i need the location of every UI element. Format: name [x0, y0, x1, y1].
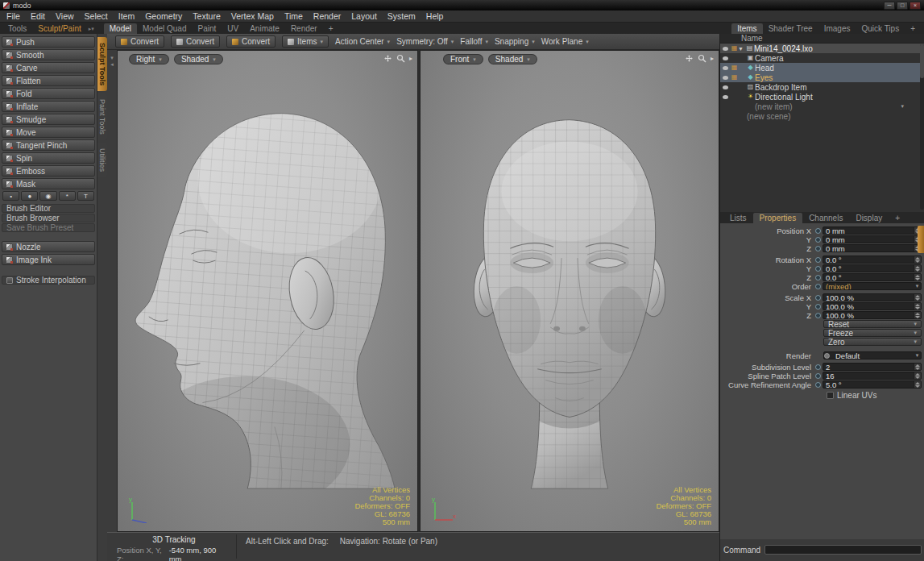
visibility-icon[interactable] [723, 95, 728, 99]
tree-item-backdrop[interactable]: ▨ Backdrop Item [720, 82, 924, 92]
channel-dot-icon[interactable] [815, 246, 821, 251]
channel-dot-icon[interactable] [815, 237, 821, 243]
viewport-edge-strip[interactable]: ▾◂ [107, 50, 117, 532]
channel-dot-icon[interactable] [815, 228, 821, 234]
tool-emboss[interactable]: Emboss [2, 165, 95, 177]
form-edge-tab[interactable] [918, 226, 924, 253]
channel-dot-icon[interactable] [815, 373, 821, 379]
pan-icon[interactable] [685, 54, 694, 63]
spinner-icon[interactable] [914, 364, 921, 370]
channel-dot-icon[interactable] [815, 364, 821, 370]
nozzle-button[interactable]: Nozzle [2, 241, 95, 252]
scale-z-field[interactable]: 100.0 % [822, 311, 922, 319]
falloff-dropdown[interactable]: Falloff ▾ [460, 37, 488, 46]
tree-item-head[interactable]: ▦ ◆ Head [720, 63, 924, 73]
tab-lists[interactable]: Lists [723, 213, 753, 223]
tool-fold[interactable]: Fold [2, 88, 95, 99]
view-type-selector[interactable]: Front ▾ [443, 54, 483, 64]
rotation-y-field[interactable]: 0.0 ° [822, 264, 922, 272]
panel-tab-items[interactable]: Items [731, 23, 762, 34]
rotation-z-field[interactable]: 0.0 ° [822, 273, 922, 281]
maximize-icon[interactable]: □ [897, 2, 908, 10]
viewport-front-view[interactable]: Front ▾ Shaded ▾ ▸ yx All Vertices Chann… [420, 50, 719, 532]
stroke-interpolation-button[interactable]: Stroke Interpolation [2, 276, 95, 285]
expander-icon[interactable]: ▼ [738, 46, 745, 52]
tool-mask[interactable]: Mask [2, 178, 95, 189]
viewport-right-view[interactable]: Right ▾ Shaded ▾ ▸ y All Vertices Channe… [117, 50, 418, 532]
reset-button[interactable]: Reset▾ [823, 320, 922, 328]
tree-item-scene[interactable]: ▦ ▼ ▤ Mini14_0024.lxo [720, 44, 924, 53]
menu-help[interactable]: Help [426, 11, 444, 21]
subdivision-field[interactable]: 2 [822, 363, 922, 371]
spinner-icon[interactable] [914, 256, 921, 263]
visibility-icon[interactable] [723, 66, 728, 70]
layout-tab-add[interactable]: + [323, 23, 339, 34]
item-list-header[interactable]: Name [720, 34, 924, 44]
menu-render[interactable]: Render [313, 11, 341, 21]
tree-new-item[interactable]: (new item) ▾ [720, 102, 924, 111]
snapping-dropdown[interactable]: Snapping ▾ [495, 37, 535, 46]
tree-item-camera[interactable]: ▣ Camera [720, 53, 924, 63]
render-dropdown[interactable]: Default▾ [823, 351, 922, 359]
vtab-paint-tools[interactable]: Paint Tools [97, 94, 107, 140]
zoom-icon[interactable] [698, 54, 706, 63]
channel-dot-icon[interactable] [815, 284, 821, 289]
tool-smooth[interactable]: Smooth [2, 49, 95, 60]
order-dropdown[interactable]: (mixed)▾ [822, 282, 922, 290]
tool-move[interactable]: Move [2, 127, 95, 138]
work-plane-dropdown[interactable]: Work Plane ▾ [541, 37, 589, 46]
tab-channels[interactable]: Channels [802, 213, 849, 223]
spinner-icon[interactable] [914, 312, 921, 318]
curve-refinement-field[interactable]: 5.0 ° [822, 380, 922, 389]
scale-y-field[interactable]: 100.0 % [822, 302, 922, 310]
spline-patch-field[interactable]: 16 [822, 372, 922, 380]
item-flags-icon[interactable]: ▦ [731, 44, 738, 53]
brush-tip-soft-icon[interactable]: ◉ [39, 191, 56, 201]
brush-tip-circle-icon[interactable]: ● [21, 191, 38, 201]
tab-properties[interactable]: Properties [753, 213, 803, 223]
menu-select[interactable]: Select [85, 11, 108, 21]
tab-display[interactable]: Display [849, 213, 889, 223]
channel-dot-icon[interactable] [815, 275, 821, 280]
items-mode-button[interactable]: Items ▾ [282, 35, 329, 48]
freeze-button[interactable]: Freeze▾ [823, 329, 922, 337]
visibility-icon[interactable] [723, 47, 728, 51]
panel-tab-shader-tree[interactable]: Shader Tree [763, 23, 818, 34]
menu-time[interactable]: Time [284, 11, 303, 21]
visibility-icon[interactable] [723, 85, 728, 89]
layout-tab-model[interactable]: Model [104, 23, 137, 34]
convert-button-2[interactable]: Convert [171, 35, 220, 48]
layout-tab-render[interactable]: Render [285, 23, 323, 34]
visibility-icon[interactable] [723, 76, 728, 80]
spinner-icon[interactable] [914, 372, 921, 379]
spinner-icon[interactable] [914, 381, 921, 388]
layout-tab-uv[interactable]: UV [222, 23, 244, 34]
layout-tab-animate[interactable]: Animate [244, 23, 285, 34]
layout-tab-paint[interactable]: Paint [193, 23, 222, 34]
tree-item-directional-light[interactable]: ☀ Directional Light [720, 92, 924, 102]
brush-tip-spray-icon[interactable]: * [59, 191, 76, 201]
scale-x-field[interactable]: 100.0 % [822, 293, 922, 301]
spinner-icon[interactable] [914, 303, 921, 310]
viewport-menu-icon[interactable]: ▸ [711, 55, 714, 62]
action-center-dropdown[interactable]: Action Center ▾ [335, 37, 390, 46]
channel-dot-icon[interactable] [815, 304, 821, 310]
tool-spin[interactable]: Spin [2, 152, 95, 164]
text-brush-icon[interactable]: T [77, 191, 94, 201]
tool-smudge[interactable]: Smudge [2, 114, 95, 125]
shading-mode-selector[interactable]: Shaded ▾ [174, 54, 223, 64]
position-y-field[interactable]: 0 mm [822, 235, 922, 243]
tab-add[interactable]: + [889, 213, 906, 223]
channel-dot-icon[interactable] [815, 313, 821, 318]
tab-tools[interactable]: Tools [2, 23, 32, 34]
vtab-utilities[interactable]: Utilities [97, 143, 107, 177]
zero-button[interactable]: Zero▾ [823, 338, 922, 346]
close-icon[interactable]: × [909, 2, 921, 10]
channel-dot-icon[interactable] [815, 382, 821, 388]
menu-edit[interactable]: Edit [31, 11, 45, 21]
minimize-icon[interactable]: ─ [884, 2, 895, 10]
channel-dot-icon[interactable] [815, 257, 821, 263]
symmetry-dropdown[interactable]: Symmetry: Off ▾ [396, 37, 454, 46]
convert-button-3[interactable]: Convert [226, 35, 276, 48]
tool-flatten[interactable]: Flatten [2, 75, 95, 86]
